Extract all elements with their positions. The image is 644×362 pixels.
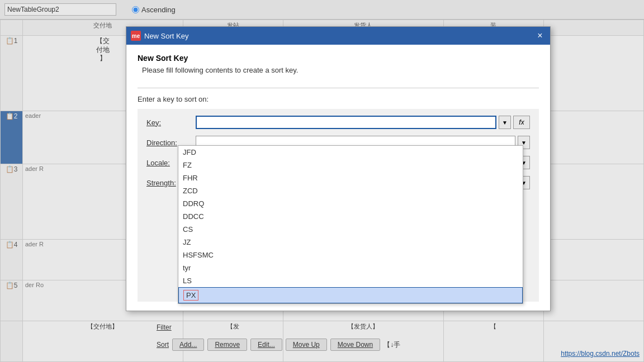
dialog-titlebar: me New Sort Key × bbox=[126, 27, 550, 45]
dropdown-item-tyr[interactable]: tyr bbox=[178, 261, 523, 274]
key-dropdown-list: JFD FZ FHR ZCD DDRQ DDCC CS JZ HSFSMC ty… bbox=[178, 145, 523, 304]
key-control-area: ▼ fx bbox=[196, 116, 530, 129]
dropdown-item-ls[interactable]: LS bbox=[178, 274, 523, 287]
dropdown-item-jfd[interactable]: JFD bbox=[178, 146, 523, 159]
key-dropdown-display[interactable] bbox=[196, 116, 496, 129]
dialog-title: New Sort Key bbox=[144, 32, 531, 40]
dropdown-item-jz[interactable]: JZ bbox=[178, 236, 523, 249]
dialog-close-button[interactable]: × bbox=[534, 30, 546, 41]
key-label: Key: bbox=[146, 118, 191, 127]
dropdown-item-hsfsmc[interactable]: HSFSMC bbox=[178, 249, 523, 261]
dropdown-item-px[interactable]: PX bbox=[178, 287, 523, 303]
dropdown-item-fz[interactable]: FZ bbox=[178, 159, 523, 172]
key-form-row: Key: ▼ fx bbox=[146, 116, 530, 129]
dropdown-item-zcd[interactable]: ZCD bbox=[178, 184, 523, 197]
watermark: https://blog.csdn.net/Zbots bbox=[561, 350, 640, 358]
dropdown-item-fhr[interactable]: FHR bbox=[178, 172, 523, 184]
enter-key-label: Enter a key to sort on: bbox=[138, 95, 539, 103]
px-value: PX bbox=[183, 290, 198, 301]
dropdown-item-ddcc[interactable]: DDCC bbox=[178, 210, 523, 223]
dialog-app-icon: me bbox=[131, 31, 141, 41]
dialog-section-title: New Sort Key bbox=[138, 54, 539, 63]
dialog-separator bbox=[138, 88, 539, 88]
key-dropdown-arrow[interactable]: ▼ bbox=[499, 116, 511, 129]
dropdown-item-cs[interactable]: CS bbox=[178, 223, 523, 236]
fx-button[interactable]: fx bbox=[513, 116, 530, 129]
dialog-section-desc: Please fill following contents to create… bbox=[138, 66, 539, 74]
dropdown-item-ddrq[interactable]: DDRQ bbox=[178, 197, 523, 210]
